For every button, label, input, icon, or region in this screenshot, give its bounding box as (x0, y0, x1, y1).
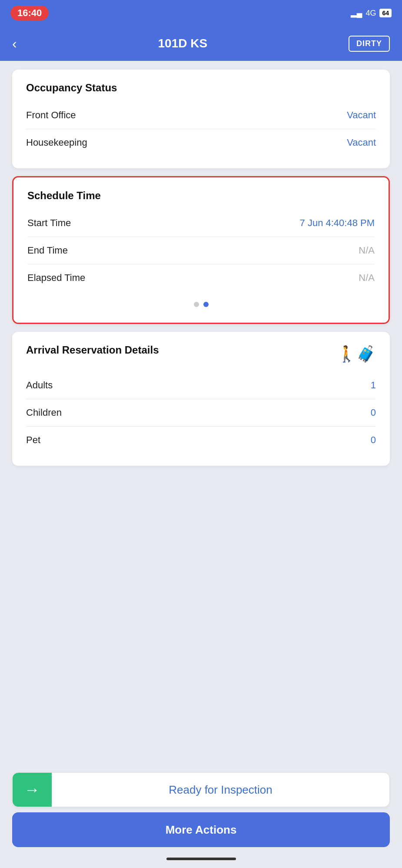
status-time: 16:40 (10, 6, 49, 20)
schedule-time-title: Schedule Time (27, 190, 375, 202)
dot-1[interactable] (194, 302, 199, 307)
back-button[interactable]: ‹ (12, 36, 17, 52)
ready-for-inspection-button[interactable]: → Ready for Inspection (12, 772, 390, 807)
front-office-label: Front Office (26, 110, 76, 121)
more-actions-button[interactable]: More Actions (12, 812, 390, 847)
adults-value: 1 (371, 380, 376, 391)
arrival-reservation-title: Arrival Reservation Details (26, 344, 159, 356)
front-office-value: Vacant (347, 110, 376, 121)
person-luggage-icon: 🚶🧳 (337, 345, 376, 363)
housekeeping-row: Housekeeping Vacant (26, 129, 376, 156)
start-time-row: Start Time 7 Jun 4:40:48 PM (27, 210, 375, 237)
page-header: ‹ 101D KS DIRTY (0, 26, 402, 61)
start-time-label: Start Time (27, 217, 71, 229)
content-area: Occupancy Status Front Office Vacant Hou… (0, 61, 402, 766)
arrow-right-icon: → (24, 781, 40, 799)
children-label: Children (26, 407, 62, 418)
occupancy-status-card: Occupancy Status Front Office Vacant Hou… (12, 70, 390, 168)
bottom-area: → Ready for Inspection More Actions (0, 766, 402, 852)
elapsed-time-row: Elapsed Time N/A (27, 264, 375, 291)
pagination-dots (27, 293, 375, 310)
status-bar: 16:40 ▂▄ 4G 64 (0, 0, 402, 26)
occupancy-status-title: Occupancy Status (26, 82, 376, 94)
arrival-reservation-card: Arrival Reservation Details 🚶🧳 Adults 1 … (12, 332, 390, 466)
dot-2[interactable] (203, 302, 209, 307)
battery-indicator: 64 (379, 9, 392, 17)
arrival-header: Arrival Reservation Details 🚶🧳 (26, 344, 376, 364)
home-indicator (0, 852, 402, 868)
children-row: Children 0 (26, 399, 376, 427)
end-time-row: End Time N/A (27, 237, 375, 264)
pet-label: Pet (26, 434, 40, 446)
schedule-rows: Start Time 7 Jun 4:40:48 PM End Time N/A… (27, 210, 375, 293)
more-actions-label: More Actions (166, 823, 237, 837)
signal-icon: ▂▄ (351, 8, 362, 18)
housekeeping-value: Vacant (347, 137, 376, 148)
dirty-badge: DIRTY (349, 36, 390, 52)
inspection-label: Ready for Inspection (52, 783, 389, 797)
start-time-value: 7 Jun 4:40:48 PM (300, 217, 375, 229)
end-time-value: N/A (359, 245, 375, 256)
children-value: 0 (371, 407, 376, 418)
housekeeping-label: Housekeeping (26, 137, 87, 148)
schedule-time-card: Schedule Time Start Time 7 Jun 4:40:48 P… (12, 176, 390, 324)
elapsed-time-label: Elapsed Time (27, 272, 85, 284)
inspection-arrow-bg: → (13, 773, 52, 807)
home-bar (166, 858, 236, 860)
page-title: 101D KS (158, 37, 208, 50)
pet-value: 0 (371, 434, 376, 446)
network-label: 4G (365, 9, 376, 18)
end-time-label: End Time (27, 245, 68, 256)
status-icons: ▂▄ 4G 64 (351, 8, 392, 18)
pet-row: Pet 0 (26, 427, 376, 454)
adults-label: Adults (26, 380, 53, 391)
front-office-row: Front Office Vacant (26, 102, 376, 129)
elapsed-time-value: N/A (359, 272, 375, 284)
adults-row: Adults 1 (26, 372, 376, 399)
